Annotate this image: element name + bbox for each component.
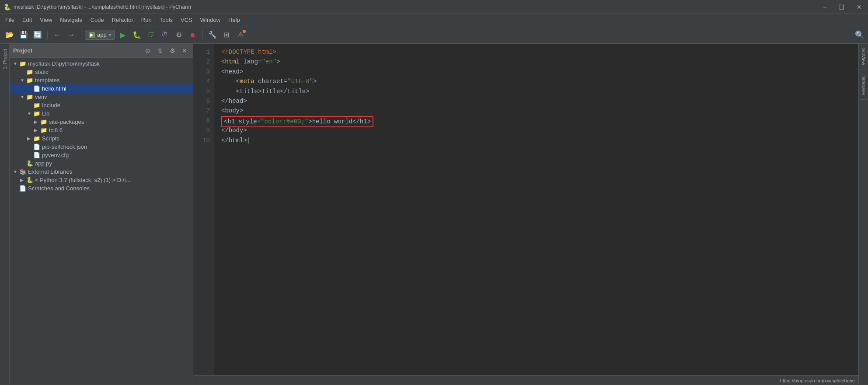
menu-item-refactor[interactable]: Refactor: [108, 15, 137, 24]
tree-item[interactable]: ▼📁Lib: [10, 109, 193, 118]
tree-item[interactable]: ▼📁venv: [10, 93, 193, 101]
tree-arrow: ▶: [34, 119, 40, 124]
menu-item-code[interactable]: Code: [87, 15, 108, 24]
tree-item[interactable]: ▶🐍< Python 3.7 (fullstack_s2) (1) > D:\i…: [10, 176, 193, 184]
tree-item[interactable]: ▶📁Scripts: [10, 134, 193, 143]
menu-item-window[interactable]: Window: [197, 15, 224, 24]
menu-item-view[interactable]: View: [36, 15, 56, 24]
sidebar-strip-project-label[interactable]: 1: Project: [1, 46, 8, 73]
back-button[interactable]: ←: [51, 29, 63, 41]
tree-icon: 📁: [40, 119, 47, 125]
tree-item[interactable]: ▼📚External Libraries: [10, 168, 193, 176]
tree-item[interactable]: 🐍app.py: [10, 159, 193, 168]
tree-item[interactable]: ▶📁site-packages: [10, 118, 193, 126]
menu-item-edit[interactable]: Edit: [19, 15, 35, 24]
tree-item[interactable]: 📄Scratches and Consoles: [10, 184, 193, 192]
tree-item[interactable]: 📄pyvenv.cfg: [10, 151, 193, 159]
code-line: <title>Title</title>: [221, 87, 851, 96]
project-header-scope-button[interactable]: ⊙: [143, 46, 153, 56]
run-button[interactable]: ▶: [117, 29, 129, 41]
code-token: <body>: [221, 107, 243, 114]
code-token: |: [247, 137, 251, 144]
menu-item-navigate[interactable]: Navigate: [56, 15, 86, 24]
line-number: 10: [193, 136, 210, 145]
separator-3: [202, 31, 203, 39]
profile-button[interactable]: ⏱: [159, 29, 171, 41]
project-header-settings-button[interactable]: ⚙: [167, 46, 177, 56]
status-url: https://blog.csdn.net/xixihalelehehe: [780, 378, 855, 383]
code-token: </title>: [280, 88, 309, 95]
line-numbers: 12345678910: [193, 44, 214, 385]
tree-arrow: ▼: [13, 61, 19, 66]
tree-item[interactable]: 📄hello.html: [10, 84, 193, 93]
code-token: <: [236, 78, 240, 85]
terminal-button[interactable]: ⊞: [220, 29, 233, 41]
tree-item-label: tcl8.6: [49, 127, 63, 133]
run-config-icon: ▶: [89, 32, 95, 38]
toolbar: 📂 💾 🔄 ← → ▶ app ▾ ▶ 🐛 🛡 ⏱ ⚙ ■ 🔧 ⊞ ⚠ 🔍: [0, 26, 868, 44]
close-button[interactable]: ✕: [854, 3, 865, 11]
tree-icon: 📄: [33, 152, 40, 158]
code-token: [221, 88, 236, 95]
warning-indicator[interactable]: ⚠: [234, 29, 247, 41]
main-layout: 1: Project Project ⊙ ⇅ ⚙ ✕ ▼📁mysflask D:…: [0, 44, 868, 385]
save-button[interactable]: 💾: [17, 29, 30, 41]
menu-item-tools[interactable]: Tools: [156, 15, 176, 24]
project-header-close-button[interactable]: ✕: [180, 46, 189, 56]
code-token: [221, 78, 236, 85]
code-token: <head>: [221, 68, 243, 75]
minimize-button[interactable]: −: [820, 3, 829, 11]
line-number: 7: [193, 106, 210, 116]
tree-item-label: Scripts: [42, 135, 59, 142]
tree-item[interactable]: ▶📁tcl8.6: [10, 126, 193, 134]
code-content[interactable]: <!DOCTYPE html><html lang="en"><head> <m…: [214, 44, 858, 385]
tree-item[interactable]: 📁Include: [10, 101, 193, 109]
stop-button[interactable]: ■: [187, 29, 199, 41]
tree-item[interactable]: 📁static: [10, 68, 193, 76]
concurrency-button[interactable]: ⚙: [173, 29, 185, 41]
settings-button[interactable]: 🔧: [206, 29, 219, 41]
project-header-flatten-button[interactable]: ⇅: [155, 46, 165, 56]
code-editor[interactable]: 12345678910 <!DOCTYPE html><html lang="e…: [193, 44, 858, 385]
tree-icon: 📄: [33, 144, 40, 150]
tree-icon: 📁: [33, 135, 40, 142]
code-token: "UTF-8": [287, 78, 313, 85]
restore-button[interactable]: ❑: [836, 3, 847, 11]
tree-icon: 📁: [40, 127, 47, 133]
sciview-panel-label[interactable]: SciView: [860, 44, 867, 70]
code-line: </head>: [221, 96, 851, 106]
tree-item[interactable]: 📄pip-selfcheck.json: [10, 143, 193, 151]
code-token: </body>: [221, 127, 247, 134]
tree-item-label: site-packages: [49, 119, 84, 125]
menu-item-run[interactable]: Run: [138, 15, 155, 24]
title-bar: 🐍 mysflask [D:\python\mysflask] - ...\te…: [0, 0, 868, 14]
menu-item-vcs[interactable]: VCS: [177, 15, 196, 24]
menu-item-help[interactable]: Help: [225, 15, 244, 24]
code-token: "color:#e00;": [261, 118, 308, 125]
project-panel-title: Project: [13, 47, 140, 54]
coverage-button[interactable]: 🛡: [145, 29, 157, 41]
title-controls: − ❑ ✕: [820, 3, 865, 11]
open-folder-button[interactable]: 📂: [3, 29, 16, 41]
tree-icon: 📁: [26, 69, 33, 75]
code-token: >: [313, 78, 317, 85]
tree-item[interactable]: ▼📁templates: [10, 76, 193, 84]
code-line: <html lang="en">: [221, 57, 851, 66]
tree-item[interactable]: ▼📁mysflask D:\python\mysflask: [10, 60, 193, 68]
tree-item-label: External Libraries: [28, 168, 72, 175]
tree-arrow: ▼: [13, 169, 19, 174]
forward-button[interactable]: →: [65, 29, 77, 41]
database-panel-label[interactable]: Database: [860, 70, 867, 100]
toolbar-search-button[interactable]: 🔍: [855, 30, 865, 40]
project-panel: Project ⊙ ⇅ ⚙ ✕ ▼📁mysflask D:\python\mys…: [10, 44, 193, 385]
run-config-selector[interactable]: ▶ app ▾: [85, 30, 115, 40]
tree-icon: 📁: [26, 94, 33, 100]
menu-item-file[interactable]: File: [2, 15, 18, 24]
code-token: charset=: [254, 78, 288, 85]
line-number: 6: [193, 96, 210, 106]
debug-button[interactable]: 🐛: [131, 29, 143, 41]
tree-icon: 📁: [33, 110, 40, 117]
sync-button[interactable]: 🔄: [31, 29, 44, 41]
tree-icon: 📁: [26, 77, 33, 84]
tree-item-label: templates: [35, 77, 59, 84]
